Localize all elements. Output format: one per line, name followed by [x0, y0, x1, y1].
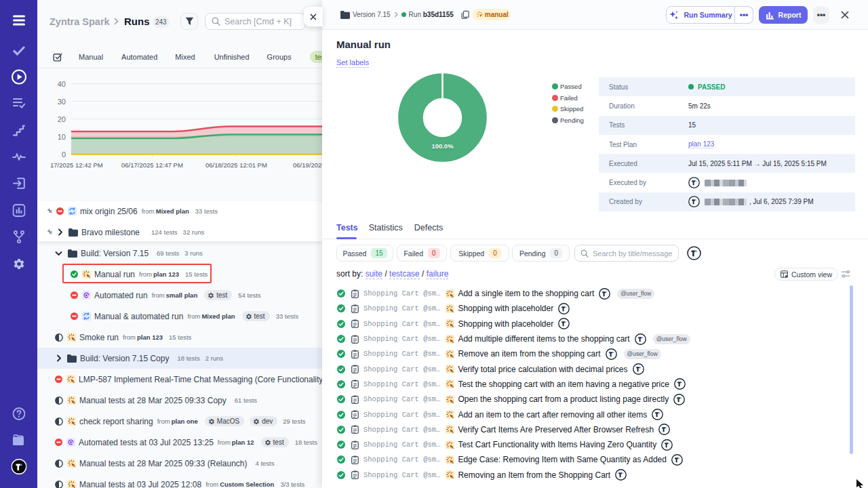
svg-text:20: 20: [58, 115, 66, 123]
svg-text:40: 40: [58, 80, 66, 88]
svg-text:100.0%: 100.0%: [431, 142, 454, 150]
svg-text:0: 0: [62, 150, 66, 159]
svg-text:30: 30: [58, 98, 66, 106]
svg-text:10: 10: [58, 133, 66, 141]
